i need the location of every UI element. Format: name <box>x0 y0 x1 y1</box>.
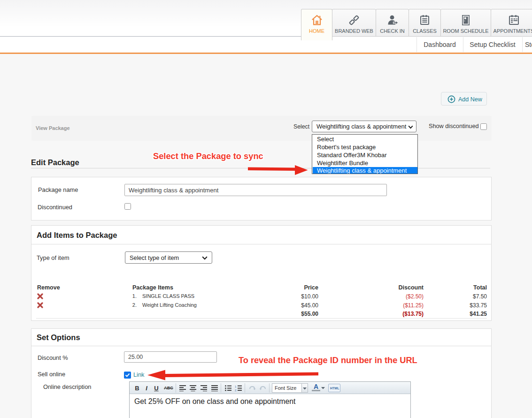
svg-text:1: 1 <box>235 385 237 388</box>
svg-text:2: 2 <box>235 389 237 392</box>
